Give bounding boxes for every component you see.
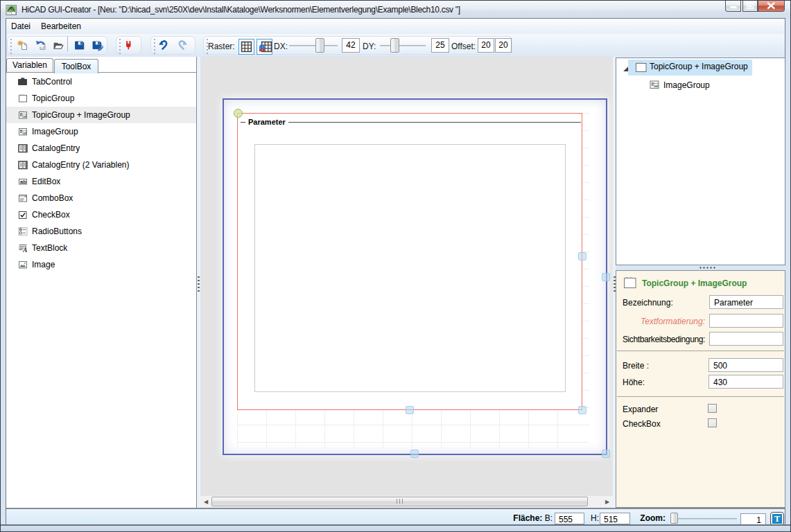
svg-text:ab: ab <box>20 179 26 185</box>
svg-text:A: A <box>22 247 27 254</box>
